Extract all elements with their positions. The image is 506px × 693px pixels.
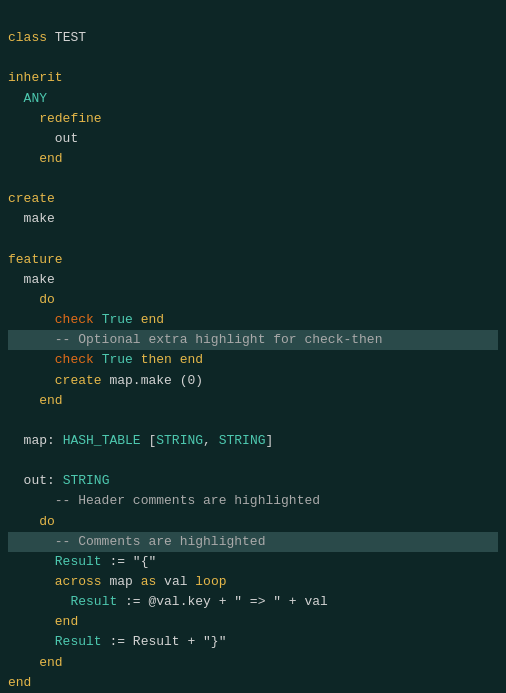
line-do2: do [8,514,55,529]
line-across: across map as val loop [8,574,227,589]
line-end-out: end [8,655,63,670]
line-class: class TEST [8,30,86,45]
line-create: create [8,191,55,206]
line-out-redefine: out [8,131,78,146]
line-blank [8,50,16,65]
line-end-across: end [8,614,78,629]
line-out-string: out: STRING [8,473,109,488]
line-map-hash: map: HASH_TABLE [STRING, STRING] [8,433,273,448]
line-blank2 [8,171,16,186]
line-check-true-then-end: check True then end [8,352,203,367]
line-comment-header: -- Header comments are highlighted [8,493,320,508]
line-result-open: Result := "{" [8,554,156,569]
line-end-do: end [8,393,63,408]
line-any: ANY [8,91,47,106]
line-end-redefine: end [8,151,63,166]
line-check-true-end: check True end [8,312,164,327]
line-blank3 [8,232,16,247]
line-do: do [8,292,55,307]
line-comment-optional: -- Optional extra highlight for check-th… [8,332,498,347]
line-end-class: end [8,675,31,690]
code-editor: class TEST inherit ANY redefine out end … [8,8,506,693]
line-result-close: Result := Result + "}" [8,634,226,649]
line-result-append: Result := @val.key + " => " + val [8,594,328,609]
line-blank5 [8,453,16,468]
line-blank4 [8,413,16,428]
line-redefine: redefine [8,111,102,126]
line-feature: feature [8,252,63,267]
line-comment-highlighted: -- Comments are highlighted [8,534,498,549]
line-make-create: make [8,211,55,226]
line-create-map: create map.make (0) [8,373,203,388]
line-inherit: inherit [8,70,63,85]
line-make-feature: make [8,272,55,287]
